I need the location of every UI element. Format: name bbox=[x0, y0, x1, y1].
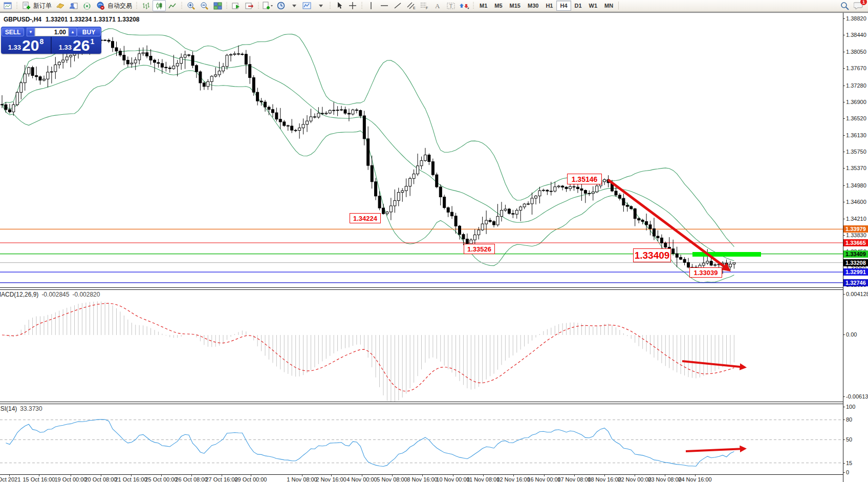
time-axis-label: 8 Nov 16:00 bbox=[407, 476, 437, 482]
signal-icon[interactable] bbox=[80, 0, 94, 11]
trendline-tool-icon[interactable] bbox=[391, 0, 404, 11]
trend-arrow[interactable] bbox=[682, 361, 745, 367]
horizontal-line-tool-icon[interactable] bbox=[378, 0, 391, 11]
text-tool-icon[interactable]: A bbox=[431, 0, 444, 11]
ask-price-display[interactable]: 1.33 26 1 bbox=[51, 37, 101, 54]
price-tick-label: 1.34600 bbox=[846, 199, 866, 205]
buy-button[interactable]: BUY bbox=[77, 28, 101, 36]
price-annotation-label[interactable]: 1.33039 bbox=[689, 267, 722, 278]
candlestick-chart-icon[interactable] bbox=[153, 0, 166, 11]
period-clock-icon[interactable] bbox=[274, 0, 288, 11]
time-axis-label: 16 Nov 00:00 bbox=[527, 476, 560, 482]
svg-text:E: E bbox=[413, 6, 416, 10]
price-chart-canvas[interactable] bbox=[0, 13, 843, 287]
volume-increase-button[interactable]: ▲ bbox=[69, 28, 77, 36]
time-axis-label: 20 Oct 08:00 bbox=[85, 476, 117, 482]
pane-splitter[interactable] bbox=[0, 402, 868, 404]
trend-arrow[interactable] bbox=[686, 449, 745, 451]
sell-button[interactable]: SELL bbox=[2, 28, 24, 36]
tile-windows-icon[interactable] bbox=[211, 0, 224, 11]
cursor-tool-icon[interactable] bbox=[333, 0, 346, 11]
ask-prefix: 1.33 bbox=[59, 44, 72, 51]
mt4-window: 新订单 自动交易 bbox=[0, 0, 868, 482]
price-level-badge: 1.32991 bbox=[843, 268, 868, 276]
bollinger-lower-band[interactable] bbox=[2, 65, 734, 282]
time-axis-label: 26 Oct 08:00 bbox=[176, 476, 208, 482]
tf-m30-button[interactable]: M30 bbox=[524, 1, 542, 11]
tf-d1-button[interactable]: D1 bbox=[571, 1, 585, 11]
notifications-chat-icon[interactable]: 1 bbox=[852, 0, 865, 11]
zoom-out-icon[interactable] bbox=[198, 0, 211, 11]
profile-caret-icon[interactable] bbox=[314, 0, 328, 11]
new-order-label[interactable]: 新订单 bbox=[33, 2, 52, 10]
tf-h1-button[interactable]: H1 bbox=[542, 1, 556, 11]
ask-big-digits: 26 bbox=[73, 38, 90, 53]
fibonacci-tool-icon[interactable]: F bbox=[418, 0, 431, 11]
chart-profile-icon[interactable] bbox=[301, 0, 314, 11]
new-order-icon[interactable] bbox=[19, 0, 33, 11]
price-tick-label: 1.36520 bbox=[846, 115, 866, 121]
vertical-line-tool-icon[interactable] bbox=[364, 0, 378, 11]
crosshair-tool-icon[interactable] bbox=[346, 0, 359, 11]
chart-shift-icon[interactable] bbox=[243, 0, 256, 11]
rsi-axis-label: 15 bbox=[846, 460, 852, 466]
price-annotation-label[interactable]: 1.35146 bbox=[567, 174, 602, 184]
tf-mn-button[interactable]: MN bbox=[601, 1, 617, 11]
auto-trading-icon[interactable] bbox=[94, 0, 107, 11]
time-axis-label: 24 Nov 16:00 bbox=[678, 476, 711, 482]
macd-pane[interactable]: MACD(12,26,9)-0.002845-0.002820 bbox=[0, 290, 843, 402]
tf-m15-button[interactable]: M15 bbox=[506, 1, 524, 11]
channel-tool-icon[interactable]: E bbox=[404, 0, 418, 11]
auto-arrange-icon[interactable] bbox=[229, 0, 243, 11]
rsi-axis-label: 80 bbox=[846, 416, 852, 423]
tf-m1-button[interactable]: M1 bbox=[476, 1, 491, 11]
time-axis[interactable]: Oct 202115 Oct 16:0019 Oct 00:0020 Oct 0… bbox=[0, 474, 843, 482]
price-tick-label: 1.33830 bbox=[846, 232, 866, 238]
price-tick-label: 1.36130 bbox=[846, 132, 866, 138]
support-zone-bar[interactable] bbox=[692, 252, 761, 257]
volume-input[interactable] bbox=[35, 28, 69, 36]
rsi-axis-label: 0 bbox=[846, 469, 849, 475]
price-level-badge: 1.32746 bbox=[843, 279, 868, 286]
svg-text:A: A bbox=[435, 2, 440, 10]
tf-h4-button[interactable]: H4 bbox=[556, 1, 571, 11]
price-annotation-label[interactable]: 1.33409 bbox=[633, 248, 671, 262]
macd-canvas[interactable] bbox=[0, 290, 843, 402]
tf-w1-button[interactable]: W1 bbox=[585, 1, 601, 11]
search-icon[interactable] bbox=[838, 0, 852, 11]
arrows-tool-icon[interactable] bbox=[458, 0, 471, 11]
auto-trading-label[interactable]: 自动交易 bbox=[107, 2, 132, 10]
pane-splitter[interactable] bbox=[0, 287, 868, 290]
time-axis-label: 27 Oct 16:00 bbox=[206, 476, 238, 482]
profiles-dropdown-icon[interactable] bbox=[288, 0, 301, 11]
price-annotation-label[interactable]: 1.34224 bbox=[350, 213, 381, 223]
bid-price-display[interactable]: 1.33 20 8 bbox=[1, 37, 51, 54]
volume-decrease-button[interactable]: ▼ bbox=[27, 28, 35, 36]
one-click-trading-panel: SELL ▼ ▲ BUY 1.33 20 8 1.33 bbox=[1, 27, 101, 54]
time-axis-label: 19 Oct 00:00 bbox=[55, 476, 87, 482]
bid-prefix: 1.33 bbox=[8, 44, 21, 51]
history-book-icon[interactable] bbox=[54, 0, 67, 11]
ask-pip-digit: 1 bbox=[90, 37, 94, 46]
text-label-tool-icon[interactable]: T bbox=[444, 0, 458, 11]
new-chart-icon[interactable] bbox=[261, 0, 274, 11]
zoom-in-icon[interactable] bbox=[184, 0, 198, 11]
rsi-axis-label: 100 bbox=[846, 404, 855, 410]
chart-window-icon[interactable] bbox=[1, 0, 14, 11]
rsi-pane[interactable]: RSI(14)33.3730 bbox=[0, 404, 843, 474]
price-axis[interactable]: 1.388201.384401.380501.376701.372801.369… bbox=[843, 13, 868, 482]
price-level-badge: 1.33665 bbox=[843, 239, 868, 246]
line-chart-icon[interactable] bbox=[166, 0, 179, 11]
time-axis-label: 29 Oct 00:00 bbox=[235, 476, 267, 482]
price-tick-label: 1.37280 bbox=[846, 82, 866, 89]
price-annotation-label[interactable]: 1.33526 bbox=[464, 244, 495, 254]
tf-m5-button[interactable]: M5 bbox=[491, 1, 506, 11]
bar-chart-icon[interactable] bbox=[139, 0, 153, 11]
rsi-canvas[interactable] bbox=[0, 404, 843, 474]
macd-axis-label: 0.004128 bbox=[846, 291, 868, 297]
bid-pip-digit: 8 bbox=[39, 37, 44, 46]
time-axis-label: 5 Nov 08:00 bbox=[377, 476, 407, 482]
main-chart-pane[interactable]: GBPUSD-,H41.33201 1.33234 1.33171 1.3320… bbox=[0, 13, 843, 287]
candles bbox=[1, 36, 735, 278]
account-icon[interactable] bbox=[67, 0, 80, 11]
